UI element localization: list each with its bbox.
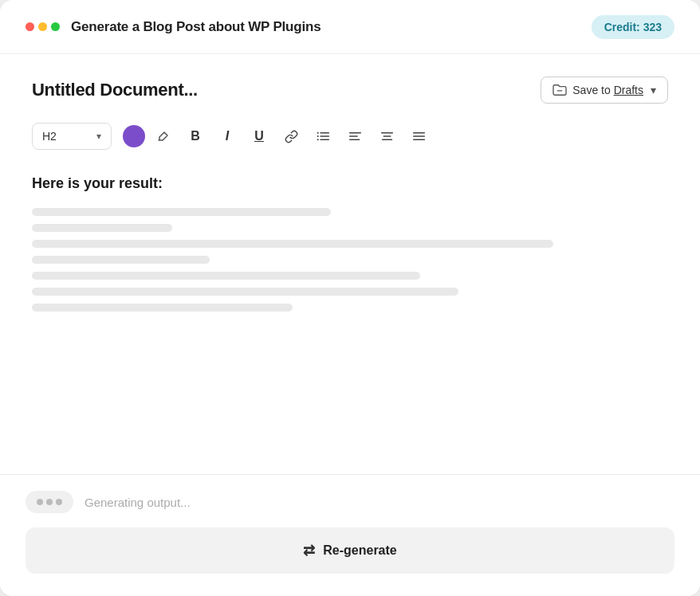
skeleton-lines [32, 208, 668, 312]
skeleton-line [32, 208, 331, 216]
app-container: Generate a Blog Post about WP Plugins Cr… [0, 0, 700, 596]
align-left-button[interactable] [341, 123, 368, 150]
skeleton-line [32, 272, 420, 280]
header-left: Generate a Blog Post about WP Plugins [26, 19, 321, 35]
skeleton-line [32, 304, 293, 312]
content-area: Here is your result: [32, 172, 668, 315]
window-dots [26, 22, 60, 31]
drafts-underline: Drafts [614, 84, 643, 96]
loading-dots [26, 491, 73, 513]
result-label: Here is your result: [32, 175, 668, 192]
italic-button[interactable]: I [214, 123, 241, 150]
save-to-drafts-button[interactable]: Save to Drafts ▾ [541, 76, 668, 104]
bold-icon: B [191, 129, 200, 143]
underline-icon: U [254, 129, 264, 143]
folder-minus-icon [553, 84, 567, 96]
bottom-area: Generating output... ⇄ Re-generate [0, 475, 700, 596]
main-content: Untitled Document... Save to Drafts ▾ [0, 54, 700, 596]
generating-row: Generating output... [26, 491, 674, 513]
header-title: Generate a Blog Post about WP Plugins [71, 19, 321, 35]
align-right-button[interactable] [405, 123, 432, 150]
highlighter-button[interactable] [150, 123, 177, 150]
italic-icon: I [226, 129, 229, 143]
dot-red[interactable] [26, 22, 34, 31]
heading-select-value: H2 [42, 130, 57, 143]
heading-chevron-icon: ▾ [96, 131, 101, 142]
dot-green[interactable] [51, 22, 60, 31]
loading-dot-1 [37, 499, 43, 505]
document-header: Untitled Document... Save to Drafts ▾ [32, 76, 668, 104]
dot-yellow[interactable] [38, 22, 47, 31]
generating-text: Generating output... [85, 496, 191, 509]
bold-button[interactable]: B [182, 123, 209, 150]
credit-badge: Credit: 323 [592, 15, 674, 39]
skeleton-line [32, 224, 172, 232]
save-drafts-label: Save to Drafts [572, 84, 643, 96]
loading-dot-2 [46, 499, 53, 505]
document-area: Untitled Document... Save to Drafts ▾ [0, 54, 700, 475]
align-center-button[interactable] [373, 123, 400, 150]
chevron-down-icon: ▾ [651, 84, 656, 96]
document-title: Untitled Document... [32, 80, 198, 100]
link-button[interactable] [277, 123, 305, 150]
toolbar: H2 ▾ B I [32, 123, 668, 150]
loading-dot-3 [56, 499, 62, 505]
skeleton-line [32, 240, 553, 248]
underline-button[interactable]: U [246, 123, 273, 150]
regenerate-button[interactable]: ⇄ Re-generate [26, 527, 674, 574]
skeleton-line [32, 256, 210, 264]
skeleton-line [32, 288, 458, 296]
heading-select[interactable]: H2 ▾ [32, 123, 112, 150]
color-picker-button[interactable] [123, 125, 145, 147]
header: Generate a Blog Post about WP Plugins Cr… [0, 0, 700, 54]
regenerate-label: Re-generate [323, 543, 396, 558]
arrows-icon: ⇄ [303, 542, 315, 559]
list-button[interactable] [309, 123, 336, 150]
